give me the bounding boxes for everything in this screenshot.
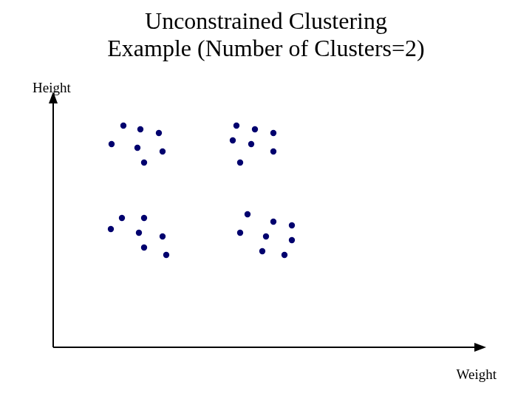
title-line-2: Example (Number of Clusters=2) (107, 35, 425, 61)
data-point (163, 252, 169, 258)
data-point (248, 141, 254, 147)
x-axis-arrow-icon (474, 343, 486, 352)
title-line-1: Unconstrained Clustering (145, 7, 387, 34)
slide-title: Unconstrained Clustering Example (Number… (0, 7, 532, 62)
data-point (245, 211, 250, 217)
data-point (160, 233, 166, 239)
data-point (230, 137, 236, 143)
data-point (289, 222, 295, 228)
points-group (108, 123, 295, 258)
plot-svg (44, 96, 488, 355)
data-point (233, 123, 239, 129)
data-point (259, 248, 265, 254)
data-point (109, 141, 115, 147)
data-point (270, 130, 276, 136)
data-point (137, 126, 143, 132)
data-point (289, 237, 295, 243)
data-point (282, 252, 287, 258)
data-point (141, 245, 147, 250)
data-point (134, 145, 140, 151)
data-point (237, 160, 243, 166)
data-point (108, 226, 114, 232)
data-point (120, 123, 126, 129)
x-axis-label: Weight (457, 366, 497, 383)
slide: Unconstrained Clustering Example (Number… (0, 0, 532, 399)
data-point (237, 230, 243, 236)
data-point (141, 215, 147, 221)
data-point (252, 126, 258, 132)
data-point (141, 160, 147, 166)
data-point (270, 149, 276, 154)
data-point (136, 230, 142, 236)
data-point (156, 130, 162, 136)
y-axis-label: Height (33, 80, 71, 96)
data-point (119, 215, 125, 221)
data-point (263, 233, 269, 239)
data-point (160, 149, 166, 154)
scatter-plot (44, 96, 488, 355)
data-point (270, 219, 276, 225)
